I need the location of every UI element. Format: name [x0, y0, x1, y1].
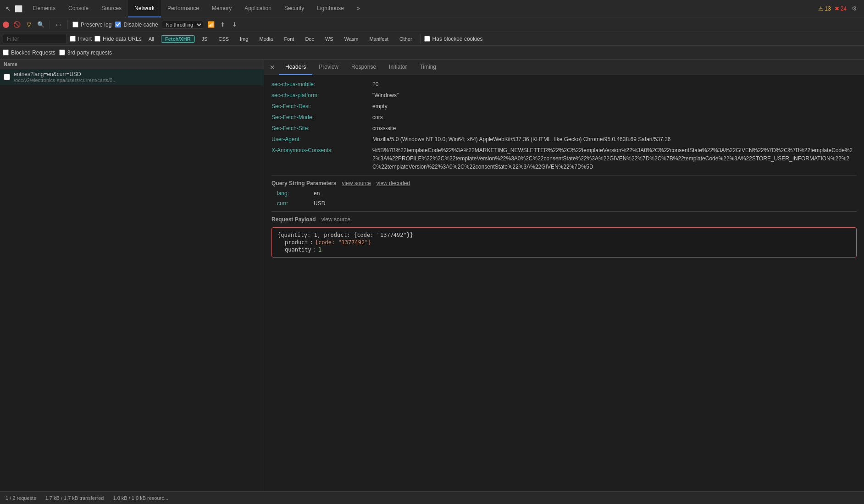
tab-initiator[interactable]: Initiator: [382, 60, 413, 75]
hide-data-urls-text: Hide data URLs: [103, 36, 142, 42]
third-party-requests-label[interactable]: 3rd-party requests: [59, 49, 112, 56]
request-name: entries?lang=en&curr=USD /occ/v2/electro…: [14, 71, 260, 83]
filter-other-btn[interactable]: Other: [395, 35, 416, 43]
filter-ws-btn[interactable]: WS: [321, 35, 338, 43]
has-blocked-cookies-label[interactable]: Has blocked cookies: [424, 36, 483, 42]
param-key: curr:: [277, 199, 314, 208]
view-decoded-link[interactable]: view decoded: [377, 180, 410, 186]
third-party-checkbox[interactable]: [59, 49, 65, 55]
view-source-link[interactable]: view source: [342, 180, 371, 186]
tab-network[interactable]: Network: [128, 0, 161, 17]
header-value: %5B%7B%22templateCode%22%3A%22MARKETING_…: [372, 146, 857, 171]
throttle-select[interactable]: No throttling: [162, 21, 203, 29]
tab-preview[interactable]: Preview: [312, 60, 345, 75]
divider2: [67, 20, 68, 29]
error-badge[interactable]: ✖ 24: [835, 5, 847, 12]
blocked-requests-label[interactable]: Blocked Requests: [3, 49, 55, 56]
close-icon[interactable]: ✕: [266, 62, 279, 73]
requests-count: 1 / 2 requests: [6, 495, 36, 501]
screenshot-icon[interactable]: ▭: [55, 21, 63, 29]
divider3: [420, 34, 421, 44]
filter-wasm-btn[interactable]: Wasm: [340, 35, 363, 43]
tab-elements[interactable]: Elements: [26, 0, 62, 17]
tab-more[interactable]: »: [350, 0, 366, 17]
tab-console[interactable]: Console: [62, 0, 95, 17]
device-icon[interactable]: ⬜: [15, 5, 22, 12]
tab-performance[interactable]: Performance: [161, 0, 205, 17]
filter-manifest-btn[interactable]: Manifest: [365, 35, 393, 43]
blocked-requests-text: Blocked Requests: [11, 49, 55, 56]
payload-quantity-value: 1: [318, 247, 321, 253]
payload-quantity-line: quantity : 1: [277, 246, 851, 253]
tab-headers[interactable]: Headers: [279, 60, 312, 75]
param-value: en: [314, 189, 320, 197]
tab-security[interactable]: Security: [278, 0, 310, 17]
header-row: Sec-Fetch-Site: cross-site: [271, 123, 857, 134]
download-icon[interactable]: ⬇: [231, 21, 239, 29]
tab-timing[interactable]: Timing: [413, 60, 443, 75]
header-value: Mozilla/5.0 (Windows NT 10.0; Win64; x64…: [372, 135, 671, 143]
param-row-curr: curr: USD: [271, 198, 857, 208]
header-value: "Windows": [372, 91, 399, 99]
left-panel: Name entries?lang=en&curr=USD /occ/v2/el…: [0, 60, 264, 491]
search-icon[interactable]: 🔍: [37, 21, 45, 29]
record-button[interactable]: [3, 22, 9, 28]
header-key: Sec-Fetch-Site:: [271, 124, 372, 132]
disable-cache-label[interactable]: Disable cache: [115, 22, 158, 28]
filter-input[interactable]: [3, 34, 67, 44]
header-row: sec-ch-ua-mobile: ?0: [271, 79, 857, 90]
filter-media-btn[interactable]: Media: [255, 35, 277, 43]
header-key: sec-ch-ua-mobile:: [271, 80, 372, 88]
filter-all-btn[interactable]: All: [144, 35, 158, 43]
tab-application[interactable]: Application: [238, 0, 278, 17]
transferred-size: 1.7 kB / 1.7 kB transferred: [45, 495, 104, 501]
filter-js-btn[interactable]: JS: [198, 35, 212, 43]
filter-font-btn[interactable]: Font: [280, 35, 298, 43]
filter-fetch-xhr-btn[interactable]: Fetch/XHR: [161, 35, 195, 43]
preserve-log-text: Preserve log: [81, 22, 111, 28]
right-panel: ✕ Headers Preview Response Initiator Tim…: [264, 60, 864, 491]
param-value: USD: [314, 199, 325, 208]
wifi-icon[interactable]: 📶: [207, 21, 215, 29]
row-checkbox[interactable]: [4, 74, 10, 80]
hide-data-urls-label[interactable]: Hide data URLs: [94, 36, 142, 42]
cursor-icon[interactable]: ↖: [6, 5, 11, 12]
header-row: Sec-Fetch-Dest: empty: [271, 101, 857, 112]
warning-badge[interactable]: ⚠ 13: [818, 5, 831, 12]
has-blocked-cookies-checkbox[interactable]: [424, 36, 430, 42]
status-bar: 1 / 2 requests 1.7 kB / 1.7 kB transferr…: [0, 491, 864, 504]
tab-memory[interactable]: Memory: [205, 0, 238, 17]
blocked-requests-checkbox[interactable]: [3, 49, 9, 55]
filter-icon[interactable]: ▽: [25, 21, 33, 29]
resources-size: 1.0 kB / 1.0 kB resourc...: [113, 495, 168, 501]
preserve-log-checkbox[interactable]: [72, 22, 78, 27]
invert-text: Invert: [78, 36, 92, 42]
request-url-bottom: /occ/v2/electronics-spa/users/current/ca…: [14, 77, 260, 83]
hide-data-urls-checkbox[interactable]: [94, 36, 100, 42]
invert-label[interactable]: Invert: [70, 36, 92, 42]
payload-view-source-link[interactable]: view source: [321, 216, 350, 223]
header-row: sec-ch-ua-platform: "Windows": [271, 90, 857, 101]
tab-sources[interactable]: Sources: [95, 0, 128, 17]
request-payload-section-header: Request Payload view source: [271, 211, 857, 225]
request-payload-title: Request Payload: [271, 216, 316, 223]
param-row-lang: lang: en: [271, 188, 857, 198]
tab-bar: ↖ ⬜ Elements Console Sources Network Per…: [0, 0, 864, 17]
header-row-user-agent: User-Agent: Mozilla/5.0 (Windows NT 10.0…: [271, 134, 857, 145]
disable-cache-checkbox[interactable]: [115, 22, 121, 27]
filter-css-btn[interactable]: CSS: [214, 35, 233, 43]
preserve-log-label[interactable]: Preserve log: [72, 22, 111, 28]
filter-doc-btn[interactable]: Doc: [301, 35, 318, 43]
tab-lighthouse[interactable]: Lighthouse: [310, 0, 350, 17]
column-header-name: Name: [0, 60, 264, 69]
filter-img-btn[interactable]: Img: [236, 35, 252, 43]
settings-icon[interactable]: ⚙: [850, 5, 858, 13]
table-row[interactable]: entries?lang=en&curr=USD /occ/v2/electro…: [0, 69, 264, 85]
invert-checkbox[interactable]: [70, 36, 76, 42]
main-content: Name entries?lang=en&curr=USD /occ/v2/el…: [0, 60, 864, 491]
upload-icon[interactable]: ⬆: [219, 21, 227, 29]
stop-recording-icon[interactable]: 🚫: [13, 21, 21, 29]
disable-cache-text: Disable cache: [123, 22, 158, 28]
tab-response[interactable]: Response: [345, 60, 382, 75]
toolbar1: 🚫 ▽ 🔍 ▭ Preserve log Disable cache No th…: [0, 17, 864, 32]
